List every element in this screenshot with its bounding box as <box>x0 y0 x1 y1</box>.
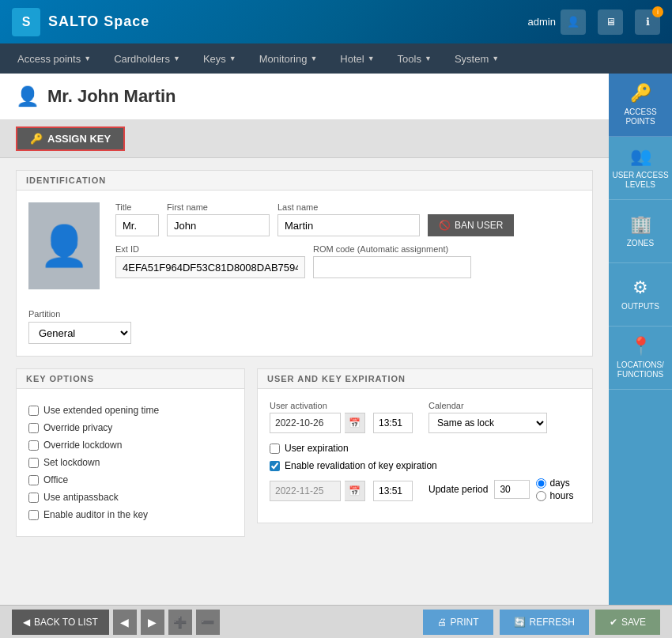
nav-access-points[interactable]: Access points ▼ <box>8 43 100 74</box>
nav-cardholders-arrow: ▼ <box>173 55 180 62</box>
refresh-button[interactable]: 🔄 REFRESH <box>500 610 589 635</box>
lastname-input[interactable] <box>277 214 420 236</box>
nav-cardholders-label: Cardholders <box>114 53 170 65</box>
info-badge: i <box>652 6 663 17</box>
expiration-cal-button[interactable]: 📅 <box>345 481 365 501</box>
user-expiration-checkbox[interactable] <box>270 444 280 454</box>
activation-time-input[interactable] <box>373 413 413 433</box>
checkbox-override-privacy[interactable]: Override privacy <box>28 422 232 433</box>
lastname-group: Last name <box>277 202 420 236</box>
firstname-input[interactable] <box>167 214 270 236</box>
outputs-icon: ⚙ <box>632 277 648 298</box>
print-icon: 🖨 <box>437 617 447 628</box>
identification-section: IDENTIFICATION 👤 Title <box>16 170 593 357</box>
monitor-icon[interactable]: 🖥 <box>598 9 623 35</box>
username-label: admin <box>528 16 556 28</box>
activation-label: User activation <box>270 401 413 410</box>
key-options-col: KEY OPTIONS Use extended opening time Ov… <box>16 368 245 549</box>
calendar-group-exp: Calendar Same as lock <box>428 401 547 433</box>
activation-date-input[interactable] <box>270 413 341 433</box>
two-col: KEY OPTIONS Use extended opening time Ov… <box>16 368 593 549</box>
calendar-select[interactable]: Same as lock <box>428 413 547 433</box>
radio-days[interactable]: days <box>536 478 573 489</box>
activation-date-group: User activation 📅 <box>270 401 413 433</box>
nav-monitoring[interactable]: Monitoring ▼ <box>250 43 327 74</box>
header: S SALTO Space admin 👤 🖥 ℹ i <box>0 0 672 43</box>
revalidation-label: Enable revalidation of key expiration <box>285 460 437 471</box>
checkbox-override-lockdown-input[interactable] <box>28 440 39 451</box>
user-info: admin 👤 <box>528 9 586 35</box>
update-period-input[interactable] <box>494 480 530 499</box>
checkbox-office-input[interactable] <box>28 475 39 485</box>
partition-select[interactable]: General <box>28 322 131 344</box>
checkbox-antipassback-input[interactable] <box>28 493 39 503</box>
logo-box: S <box>12 8 40 36</box>
navbar: Access points ▼ Cardholders ▼ Keys ▼ Mon… <box>0 43 672 74</box>
activation-cal-button[interactable]: 📅 <box>345 413 365 433</box>
nav-tools-label: Tools <box>398 53 421 65</box>
checkbox-set-lockdown[interactable]: Set lockdown <box>28 457 232 468</box>
extid-input[interactable] <box>115 256 305 278</box>
checkbox-office[interactable]: Office <box>28 474 232 485</box>
key-options-section: KEY OPTIONS Use extended opening time Ov… <box>16 368 245 537</box>
radio-hours[interactable]: hours <box>536 490 573 501</box>
nav-hotel[interactable]: Hotel ▼ <box>330 43 383 74</box>
radio-group: days hours <box>536 478 573 501</box>
nav-system[interactable]: System ▼ <box>445 43 508 74</box>
extid-row: Ext ID ROM code (Automatic assignment) <box>115 244 580 278</box>
romcode-input[interactable] <box>313 256 471 278</box>
sidebar-locations-functions[interactable]: 📍 LOCATIONS/ FUNCTIONS <box>609 327 672 390</box>
title-input[interactable] <box>115 214 159 236</box>
prev-button[interactable]: ◀ <box>113 610 137 635</box>
extid-group: Ext ID <box>115 244 305 278</box>
user-expiration-row: User expiration <box>270 443 580 454</box>
checkbox-extended-opening[interactable]: Use extended opening time <box>28 405 232 416</box>
nav-keys[interactable]: Keys ▼ <box>194 43 246 74</box>
romcode-label: ROM code (Automatic assignment) <box>313 244 471 254</box>
nav-cardholders[interactable]: Cardholders ▼ <box>104 43 190 74</box>
checkbox-set-lockdown-input[interactable] <box>28 458 39 468</box>
add-button[interactable]: ➕ <box>168 610 192 635</box>
checkbox-office-label: Office <box>43 474 68 485</box>
identification-body: 👤 Title First name <box>17 191 592 301</box>
sidebar-zones[interactable]: 🏢 ZONES <box>609 200 672 263</box>
save-button[interactable]: ✔ SAVE <box>595 610 660 635</box>
locations-icon: 📍 <box>630 336 651 357</box>
checkbox-antipassback[interactable]: Use antipassback <box>28 492 232 503</box>
radio-days-input[interactable] <box>536 478 546 489</box>
back-to-list-button[interactable]: ◀ BACK TO LIST <box>12 610 109 635</box>
revalidation-checkbox[interactable] <box>270 461 280 471</box>
info-icon[interactable]: ℹ i <box>635 9 660 35</box>
checkbox-override-lockdown[interactable]: Override lockdown <box>28 440 232 451</box>
nav-monitoring-label: Monitoring <box>259 53 308 65</box>
avatar: 👤 <box>28 202 100 289</box>
assign-key-label: ASSIGN KEY <box>47 133 111 145</box>
back-arrow-icon: ◀ <box>23 617 30 628</box>
ban-user-button[interactable]: 🚫 BAN USER <box>428 214 514 236</box>
sidebar-access-points[interactable]: 🔑 ACCESS POINTS <box>609 74 672 137</box>
expiration-calendar-group: 📅 <box>270 481 413 501</box>
firstname-label: First name <box>167 202 270 212</box>
checkbox-override-privacy-input[interactable] <box>28 423 39 433</box>
checkbox-auditor-input[interactable] <box>28 510 39 520</box>
logo: S SALTO Space <box>12 8 149 36</box>
sidebar-outputs[interactable]: ⚙ OUTPUTS <box>609 263 672 327</box>
user-icon[interactable]: 👤 <box>561 9 586 35</box>
checkbox-extended-opening-input[interactable] <box>28 406 39 416</box>
print-button[interactable]: 🖨 PRINT <box>423 610 493 635</box>
nav-tools[interactable]: Tools ▼ <box>388 43 441 74</box>
key-options-header: KEY OPTIONS <box>17 369 244 389</box>
nav-hotel-label: Hotel <box>340 53 364 65</box>
extid-label: Ext ID <box>115 244 305 254</box>
sidebar-user-access-levels[interactable]: 👥 USER ACCESS LEVELS <box>609 137 672 200</box>
name-row: Title First name Last name <box>115 202 580 236</box>
checkbox-auditor[interactable]: Enable auditor in the key <box>28 509 232 520</box>
assign-key-button[interactable]: 🔑 ASSIGN KEY <box>16 126 125 151</box>
expiration-time-input[interactable] <box>373 481 413 501</box>
expiration-date-input[interactable] <box>270 481 341 501</box>
remove-button[interactable]: ➖ <box>196 610 220 635</box>
sidebar-access-points-label: ACCESS POINTS <box>609 108 672 126</box>
radio-hours-input[interactable] <box>536 491 546 501</box>
radio-days-label: days <box>549 478 569 489</box>
next-button[interactable]: ▶ <box>141 610 164 635</box>
